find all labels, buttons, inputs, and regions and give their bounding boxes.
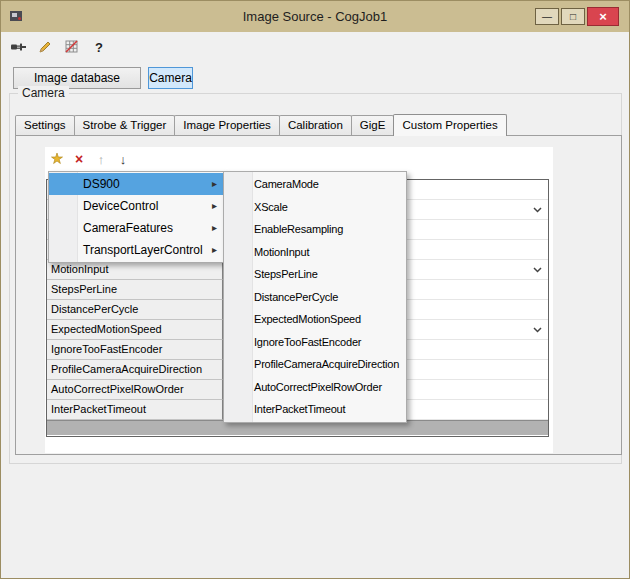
help-icon: ? — [95, 40, 103, 55]
tab-gige[interactable]: GigE — [351, 115, 395, 135]
menu-item-label: TransportLayerControl — [83, 243, 203, 257]
display-grid-button[interactable] — [63, 39, 81, 56]
context-menu: DS900 ▸ DeviceControl ▸ CameraFeatures ▸… — [48, 171, 225, 263]
menu-item-label: DeviceControl — [83, 199, 158, 213]
context-menu-item-devicecontrol[interactable]: DeviceControl ▸ — [49, 195, 224, 217]
submenu-item-interpackettimeout[interactable]: InterPacketTimeout — [224, 398, 406, 421]
property-name-cell[interactable]: MotionInput — [47, 260, 223, 280]
property-name-cell[interactable]: ProfileCameraAcquireDirection — [47, 360, 223, 380]
submenu-item-profilecameraacquiredirection[interactable]: ProfileCameraAcquireDirection — [224, 353, 406, 376]
submenu-item-ignoretoofastencoder[interactable]: IgnoreTooFastEncoder — [224, 331, 406, 354]
submenu-item-cameramode[interactable]: CameraMode — [224, 173, 406, 196]
submenu-item-motioninput[interactable]: MotionInput — [224, 241, 406, 264]
image-source-window: Image Source - CogJob1 — □ × — [0, 0, 630, 579]
submenu-item-stepsperline[interactable]: StepsPerLine — [224, 263, 406, 286]
camera-groupbox-label: Camera — [18, 86, 69, 100]
context-menu-item-ds900[interactable]: DS900 ▸ — [49, 173, 224, 195]
move-down-button[interactable]: ↓ — [115, 151, 131, 167]
setup-button[interactable] — [36, 39, 54, 56]
submenu-item-distancepercycle[interactable]: DistancePerCycle — [224, 286, 406, 309]
add-star-icon — [50, 152, 64, 166]
maximize-button[interactable]: □ — [561, 8, 585, 25]
tab-image-properties[interactable]: Image Properties — [174, 115, 280, 135]
tabstrip: Settings Strobe & Trigger Image Properti… — [15, 114, 506, 136]
camera-button[interactable]: Camera — [148, 67, 193, 89]
property-grid-toolbar: × ↑ ↓ — [49, 150, 131, 168]
help-button[interactable]: ? — [90, 39, 108, 56]
submenu-item-autocorrectpixelroworder[interactable]: AutoCorrectPixelRowOrder — [224, 376, 406, 399]
add-property-button[interactable] — [49, 151, 65, 167]
value-dropdown-button[interactable] — [530, 322, 545, 337]
property-name-cell[interactable]: ExpectedMotionSpeed — [47, 320, 223, 340]
property-name-cell[interactable]: IgnoreTooFastEncoder — [47, 340, 223, 360]
submenu-item-xscale[interactable]: XScale — [224, 196, 406, 219]
minimize-button[interactable]: — — [535, 8, 559, 25]
submenu-item-expectedmotionspeed[interactable]: ExpectedMotionSpeed — [224, 308, 406, 331]
context-menu-item-camerafeatures[interactable]: CameraFeatures ▸ — [49, 217, 224, 239]
menu-item-label: CameraFeatures — [83, 221, 173, 235]
submenu-arrow-icon: ▸ — [212, 195, 217, 217]
main-toolbar: ? — [9, 37, 108, 57]
move-up-button[interactable]: ↑ — [93, 151, 109, 167]
tab-settings[interactable]: Settings — [15, 115, 75, 135]
submenu-item-enableresampling[interactable]: EnableResampling — [224, 218, 406, 241]
menu-item-label: DS900 — [83, 177, 120, 191]
property-name-cell[interactable]: AutoCorrectPixelRowOrder — [47, 380, 223, 400]
pencil-icon — [37, 39, 53, 55]
close-button[interactable]: × — [587, 7, 619, 26]
chevron-down-icon — [533, 207, 542, 213]
property-name-cell[interactable]: DistancePerCycle — [47, 300, 223, 320]
grid-disabled-icon — [64, 39, 80, 55]
plug-icon — [10, 39, 27, 55]
property-name-cell[interactable]: StepsPerLine — [47, 280, 223, 300]
tab-calibration[interactable]: Calibration — [279, 115, 352, 135]
submenu-arrow-icon: ▸ — [212, 173, 217, 195]
chevron-down-icon — [533, 267, 542, 273]
submenu: CameraMode XScale EnableResampling Motio… — [223, 171, 407, 423]
submenu-arrow-icon: ▸ — [212, 217, 217, 239]
titlebar: Image Source - CogJob1 — □ × — [1, 1, 629, 32]
property-name-cell[interactable]: InterPacketTimeout — [47, 400, 223, 420]
initialize-acquisition-button[interactable] — [9, 39, 27, 56]
tab-custom-properties[interactable]: Custom Properties — [393, 114, 506, 136]
chevron-down-icon — [533, 327, 542, 333]
context-menu-item-transportlayercontrol[interactable]: TransportLayerControl ▸ — [49, 239, 224, 261]
submenu-arrow-icon: ▸ — [212, 239, 217, 261]
tab-strobe-trigger[interactable]: Strobe & Trigger — [74, 115, 176, 135]
value-dropdown-button[interactable] — [530, 262, 545, 277]
value-dropdown-button[interactable] — [530, 202, 545, 217]
delete-property-button[interactable]: × — [71, 151, 87, 167]
